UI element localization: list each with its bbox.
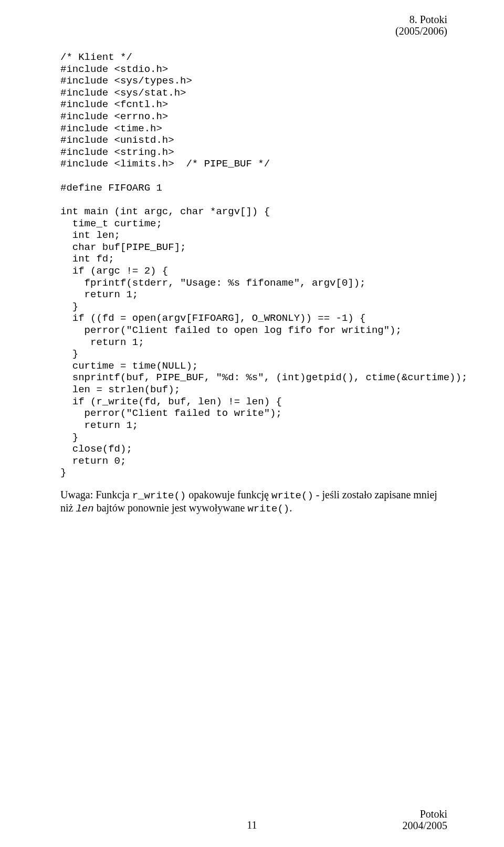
page-header: 8. Potoki (2005/2006) xyxy=(395,14,447,37)
page-body: /* Klient */ #include <stdio.h> #include… xyxy=(0,0,504,515)
footer-right: Potoki 2004/2005 xyxy=(402,808,447,831)
note-code: write() xyxy=(271,490,313,501)
note-text: . xyxy=(289,502,292,514)
note-text: opakowuje funkcję xyxy=(186,489,271,500)
note-code-italic: len xyxy=(76,503,93,515)
note-code: write() xyxy=(247,503,289,515)
note-code: r_write() xyxy=(132,490,186,501)
footer-year: 2004/2005 xyxy=(402,820,447,831)
footer-title: Potoki xyxy=(402,808,447,820)
note-text: Uwaga: Funkcja xyxy=(60,489,132,500)
note-text: bajtów ponownie jest wywoływane xyxy=(94,502,248,514)
header-year: (2005/2006) xyxy=(395,25,447,37)
note-paragraph: Uwaga: Funkcja r_write() opakowuje funkc… xyxy=(60,489,446,515)
code-listing: /* Klient */ #include <stdio.h> #include… xyxy=(60,51,446,479)
header-title: 8. Potoki xyxy=(395,14,447,25)
